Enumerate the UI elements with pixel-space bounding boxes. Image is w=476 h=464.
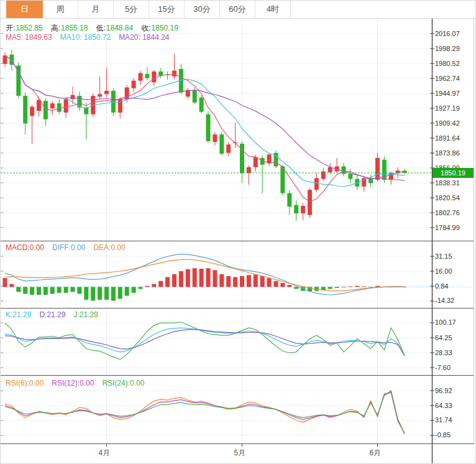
y-axis-label: 2016.07 (435, 30, 460, 37)
y-axis-label: -14.32 (435, 297, 454, 304)
y-axis-label: 64.33 (435, 402, 452, 409)
chart-canvas[interactable] (1, 1, 476, 464)
y-axis-label: 1980.52 (435, 60, 460, 67)
timeframe-tabbar: 日 周 月 5分 15分 30分 60分 4时 (1, 1, 476, 19)
y-axis-label: 1927.19 (435, 104, 460, 112)
rsi-legend-item: RSI(6):0.00 (6, 379, 43, 387)
ohlc-value: 1852.85 (16, 24, 42, 32)
ma-legend-item: MA20: 1844.24 (119, 33, 169, 42)
y-axis-label: 28.33 (435, 349, 452, 356)
ohlc-label: 低: (96, 24, 105, 32)
y-axis-label: 1909.42 (435, 119, 460, 127)
y-axis-label: 64.25 (435, 334, 452, 341)
y-axis-label: 1891.64 (435, 134, 460, 142)
y-axis-label: 100.17 (435, 318, 456, 326)
kdj-legend: K:21.29D:21.29J:21.29 (6, 310, 106, 319)
rsi-legend: RSI(6):0.00RSI(12):0.00RSI(24):0.00 (6, 379, 152, 387)
y-axis-label: 1962.74 (435, 75, 460, 82)
y-axis-label: 96.92 (435, 387, 452, 394)
kdj-legend-item: D:21.29 (39, 310, 65, 319)
macd-legend: MACD:0.00DIFF:0.00DEA:0.00 (6, 243, 134, 252)
tab-60min[interactable]: 60分 (220, 1, 255, 18)
ohlc-value: 1850.19 (152, 24, 178, 32)
ohlc-value: 1855.18 (61, 24, 88, 32)
y-axis-label: 1873.86 (435, 149, 460, 157)
tab-month[interactable]: 月 (78, 1, 114, 18)
y-axis-label: 1838.31 (435, 179, 460, 187)
x-axis-label: 4月 (99, 448, 111, 458)
rsi-legend-item: RSI(24):0.00 (102, 379, 144, 387)
y-axis-label: 31.74 (435, 416, 452, 424)
rsi-legend-item: RSI(12):0.00 (52, 379, 94, 387)
kdj-legend-item: J:21.29 (73, 310, 98, 319)
current-price-badge: 1850.19 (433, 168, 474, 178)
x-axis-label: 5月 (234, 448, 246, 458)
y-axis-label: 1784.99 (435, 224, 460, 231)
y-axis-label: 31.15 (435, 253, 452, 260)
y-axis-label: 16.00 (435, 267, 452, 275)
x-axis-label: 6月 (370, 448, 382, 458)
tab-4hour[interactable]: 4时 (255, 1, 291, 18)
chart-app: 日 周 月 5分 15分 30分 60分 4时 开:1852.85高:1855.… (0, 0, 476, 464)
ohlc-label: 高: (51, 24, 60, 32)
tab-day[interactable]: 日 (6, 1, 43, 18)
tab-15min[interactable]: 15分 (149, 1, 185, 18)
y-axis-label: 1944.97 (435, 90, 460, 97)
kdj-legend-item: K:21.29 (6, 310, 31, 319)
ohlc-value: 1848.84 (106, 24, 133, 32)
y-axis-label: 1802.76 (435, 209, 460, 216)
ohlc-label: 收: (141, 24, 150, 32)
ohlc-legend: 开:1852.85高:1855.18低:1848.84收:1850.19 (6, 23, 186, 34)
macd-legend-item: DIFF:0.00 (52, 243, 85, 252)
y-axis-label: 1820.54 (435, 194, 460, 202)
ma-legend-item: MA5: 1849.63 (6, 33, 52, 42)
tab-30min[interactable]: 30分 (185, 1, 220, 18)
ma-legend-item: MA10: 1850.72 (60, 33, 111, 42)
ma-legend: MA5: 1849.63MA10: 1850.72MA20: 1844.24 (6, 33, 178, 42)
y-axis-label: 1998.29 (435, 45, 460, 52)
tab-week[interactable]: 周 (43, 1, 78, 18)
y-axis-label: -0.85 (435, 431, 451, 438)
tab-5min[interactable]: 5分 (114, 1, 149, 18)
macd-legend-item: DEA:0.00 (93, 243, 125, 252)
y-axis-label: -7.60 (435, 364, 451, 371)
macd-legend-item: MACD:0.00 (6, 243, 44, 252)
y-axis-label: 0.84 (435, 282, 448, 290)
ohlc-label: 开: (6, 24, 15, 32)
